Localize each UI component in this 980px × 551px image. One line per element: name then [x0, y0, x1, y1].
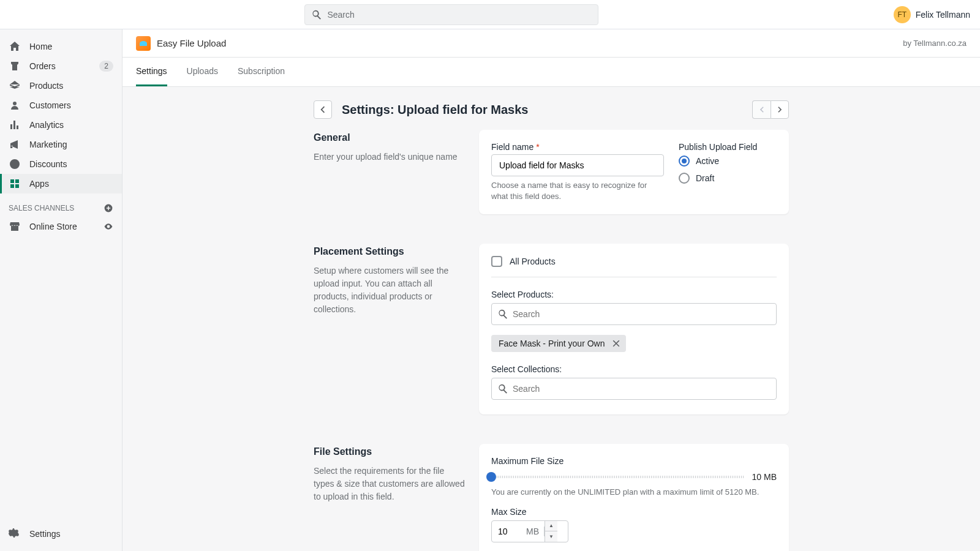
radio-draft[interactable]: Draft: [679, 173, 777, 184]
orders-badge: 2: [99, 61, 113, 72]
arrow-left-icon: [317, 104, 328, 115]
all-products-checkbox[interactable]: [491, 256, 502, 267]
pager: [752, 100, 789, 119]
sidebar-item-home[interactable]: Home: [0, 37, 122, 56]
file-title: File Settings: [314, 446, 467, 457]
sidebar-item-apps[interactable]: Apps: [0, 174, 122, 193]
nav-label: Analytics: [29, 120, 64, 130]
general-title: General: [314, 132, 467, 143]
pager-next[interactable]: [771, 100, 789, 119]
sidebar-item-analytics[interactable]: Analytics: [0, 115, 122, 135]
app-logo: [136, 36, 151, 51]
search-icon: [311, 9, 322, 20]
topbar-center: Search: [10, 4, 894, 25]
customers-icon: [9, 99, 21, 111]
gear-icon: [9, 528, 21, 540]
search-placeholder: Search: [327, 10, 354, 20]
app-title: Easy File Upload: [157, 38, 226, 48]
sidebar-item-settings[interactable]: Settings: [0, 524, 122, 544]
general-desc: Enter your upload field's unique name: [314, 151, 467, 163]
analytics-icon: [9, 119, 21, 131]
slider-value: 10 MB: [752, 472, 777, 482]
placement-title: Placement Settings: [314, 246, 467, 257]
selected-product-tag: Face Mask - Print your Own: [491, 335, 626, 352]
file-desc: Select the requirements for the file typ…: [314, 465, 467, 503]
select-products-label: Select Products:: [491, 290, 777, 299]
general-card: Field name * Choose a name that is easy …: [479, 130, 789, 214]
radio-icon: [679, 156, 690, 167]
select-collections-label: Select Collections:: [491, 364, 777, 374]
nav-label: Settings: [29, 529, 61, 539]
all-products-label: All Products: [510, 257, 556, 266]
nav-label: Products: [29, 81, 63, 91]
home-icon: [9, 40, 21, 53]
avatar: FT: [894, 6, 911, 23]
global-search[interactable]: Search: [304, 4, 598, 25]
radio-icon: [679, 173, 690, 184]
pager-prev: [752, 100, 771, 119]
radio-active[interactable]: Active: [679, 156, 777, 167]
topbar: Search FT Felix Tellmann: [0, 0, 980, 29]
nav-label: Marketing: [29, 140, 67, 149]
sidebar-item-orders[interactable]: Orders 2: [0, 56, 122, 76]
sidebar-item-marketing[interactable]: Marketing: [0, 135, 122, 154]
discounts-icon: [9, 158, 21, 170]
field-name-help: Choose a name that is easy to recognize …: [491, 180, 664, 202]
marketing-icon: [9, 138, 21, 151]
chevron-left-icon: [757, 105, 767, 114]
plus-circle-icon[interactable]: [104, 203, 113, 213]
orders-icon: [9, 60, 21, 72]
store-icon: [9, 220, 21, 233]
plan-note: You are currently on the UNLIMITED plan …: [491, 487, 777, 498]
app-header: Easy File Upload by Tellmann.co.za: [123, 29, 980, 58]
eye-icon[interactable]: [104, 222, 113, 231]
max-file-size-label: Maximum File Size: [491, 456, 777, 466]
stepper-down[interactable]: ▼: [545, 531, 557, 542]
app-by: by Tellmann.co.za: [903, 39, 967, 48]
slider-thumb[interactable]: [486, 472, 496, 482]
placement-card: All Products Select Products: Face Mask …: [479, 244, 789, 414]
size-unit: MB: [526, 527, 545, 536]
file-size-slider[interactable]: [491, 476, 745, 478]
tab-uploads[interactable]: Uploads: [187, 58, 218, 86]
placement-desc: Setup where customers will see the uploa…: [314, 264, 467, 316]
search-icon: [497, 383, 508, 394]
field-name-label: Field name *: [491, 142, 664, 152]
max-size-label: Max Size: [491, 507, 777, 517]
sales-channels-header: SALES CHANNELS: [0, 193, 122, 217]
file-card: Maximum File Size 10 MB You are currentl…: [479, 444, 789, 551]
sidebar-item-discounts[interactable]: Discounts: [0, 154, 122, 174]
search-icon: [497, 309, 508, 320]
nav-label: Customers: [29, 100, 71, 110]
publish-label: Publish Upload Field: [679, 142, 777, 152]
sidebar-item-customers[interactable]: Customers: [0, 96, 122, 115]
field-name-input[interactable]: [491, 154, 664, 176]
nav-label: Online Store: [29, 222, 77, 231]
stepper-up[interactable]: ▲: [545, 520, 557, 531]
tab-subscription[interactable]: Subscription: [238, 58, 285, 86]
apps-icon: [9, 178, 21, 190]
main-content: Easy File Upload by Tellmann.co.za Setti…: [123, 29, 980, 551]
nav-label: Orders: [29, 61, 56, 71]
sidebar-item-products[interactable]: Products: [0, 76, 122, 96]
page-title: Settings: Upload field for Masks: [342, 103, 752, 117]
chevron-right-icon: [775, 105, 785, 114]
back-button[interactable]: [314, 100, 332, 119]
user-name: Felix Tellmann: [916, 10, 970, 20]
products-icon: [9, 80, 21, 92]
sidebar-item-online-store[interactable]: Online Store: [0, 217, 122, 236]
collections-search[interactable]: [491, 378, 777, 400]
nav-label: Home: [29, 42, 52, 51]
close-icon[interactable]: [611, 339, 621, 348]
nav-label: Discounts: [29, 159, 67, 169]
max-size-input-group: MB ▲ ▼: [491, 520, 568, 542]
tab-settings[interactable]: Settings: [136, 58, 167, 86]
page-header: Settings: Upload field for Masks: [314, 100, 789, 119]
sidebar: Home Orders 2 Products Customers Analyti…: [0, 29, 123, 551]
max-size-input[interactable]: [492, 527, 526, 536]
user-menu[interactable]: FT Felix Tellmann: [894, 6, 970, 23]
nav-label: Apps: [29, 179, 49, 189]
app-tabs: Settings Uploads Subscription: [123, 58, 980, 87]
products-search[interactable]: [491, 303, 777, 325]
